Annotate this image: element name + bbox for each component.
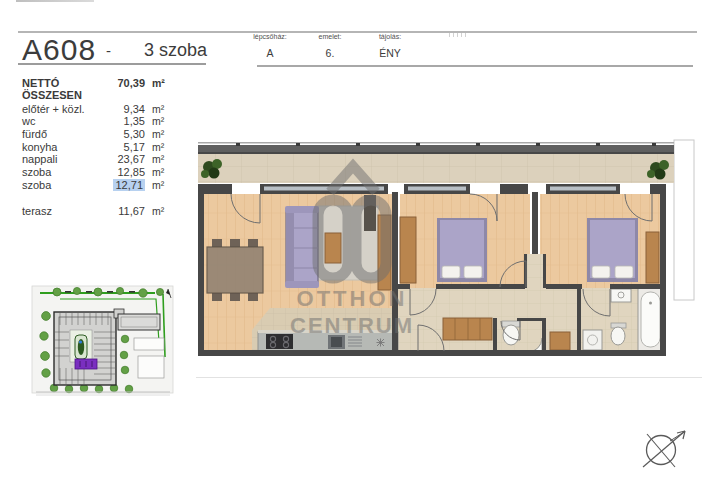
area-row: wc1,35m² xyxy=(22,115,174,128)
area-row: terasz11,67m² xyxy=(22,205,174,218)
room-area-value: 5,30 xyxy=(105,128,145,140)
selected-value-highlight[interactable]: 12,71 xyxy=(113,179,145,191)
floor-plan: OTTHON CENTRUM xyxy=(190,122,706,380)
bedroom1-wardrobe xyxy=(400,217,416,283)
faint-print-artifact xyxy=(449,33,467,37)
bathtub-icon xyxy=(638,288,663,351)
plan-border xyxy=(196,377,702,378)
unit-label: m² xyxy=(145,166,174,178)
unit-label: m² xyxy=(145,128,174,140)
site-highlighted-unit xyxy=(75,359,97,369)
unit-label: m² xyxy=(145,179,174,191)
header-underline-left xyxy=(18,63,206,65)
site-courtyard-pool xyxy=(75,335,87,359)
room-area-value: 23,67 xyxy=(105,153,145,165)
info-orientation: tájolás: ÉNY xyxy=(362,33,418,59)
site-plan xyxy=(30,282,176,398)
area-row: fürdő5,30m² xyxy=(22,128,174,141)
unit-label: m² xyxy=(145,205,174,217)
area-row: nappali23,67m² xyxy=(22,153,174,166)
room-area-value: 5,17 xyxy=(105,141,145,153)
hallway-cabinet xyxy=(550,332,570,350)
area-row: előtér + közl.9,34m² xyxy=(22,103,174,116)
watermark-line1: OTTHON xyxy=(297,286,408,311)
north-arrow-compass-icon xyxy=(634,422,698,474)
room-label: szoba xyxy=(22,166,105,178)
room-area-value: 9,34 xyxy=(105,103,145,115)
room-label: terasz xyxy=(22,205,105,217)
extractor-symbol-icon xyxy=(377,339,385,347)
header-underline-right xyxy=(257,65,693,67)
room-label: előtér + közl. xyxy=(22,103,105,115)
unit-info-table: lépcsőház: A emelet: 6. tájolás: ÉNY xyxy=(242,33,422,59)
unit-label: m² xyxy=(145,141,174,153)
room-area-value: 11,67 xyxy=(105,205,145,217)
site-building xyxy=(54,312,116,385)
area-table: NETTÓ ÖSSZESEN70,39m²előtér + közl.9,34m… xyxy=(22,77,174,217)
terrace-railing xyxy=(198,145,674,152)
area-row: szoba12,71m² xyxy=(22,179,174,192)
bath-sink-icon xyxy=(611,289,631,302)
watermark-line2: CENTRUM xyxy=(290,313,414,338)
terrace xyxy=(198,142,674,183)
room-label: szoba xyxy=(22,179,105,191)
neighbour-area xyxy=(674,140,694,300)
unit-label: m² xyxy=(145,153,174,165)
terrace-floor xyxy=(198,154,674,183)
print-artifact xyxy=(16,0,94,2)
room-label: konyha xyxy=(22,141,105,153)
bedroom1-bed xyxy=(437,218,487,282)
area-row: szoba12,85m² xyxy=(22,166,174,179)
info-floor: emelet: 6. xyxy=(302,33,358,59)
terrace-windows xyxy=(264,187,616,191)
room-area-value: 70,39 xyxy=(105,77,145,89)
dining-table xyxy=(207,239,263,301)
unit-label: m² xyxy=(145,103,174,115)
info-staircase: lépcsőház: A xyxy=(242,33,298,59)
room-label: fürdő xyxy=(22,128,105,140)
area-row: konyha5,17m² xyxy=(22,141,174,154)
room-label: wc xyxy=(22,115,105,127)
bedroom2-wardrobe xyxy=(646,232,659,283)
site-roads xyxy=(36,392,170,395)
unit-id: A608 xyxy=(22,33,96,67)
stove-icon xyxy=(266,334,293,349)
washing-machine-icon xyxy=(583,330,602,350)
area-total-row: NETTÓ ÖSSZESEN70,39m² xyxy=(22,77,174,90)
room-area-value: 12,71 xyxy=(105,179,145,191)
room-area-value: 12,85 xyxy=(105,166,145,178)
bath-toilet-icon xyxy=(611,323,626,345)
hall-niche-floor xyxy=(526,254,544,288)
header-separator: - xyxy=(106,42,111,59)
unit-label: m² xyxy=(145,115,174,127)
room-area-value: 1,35 xyxy=(105,115,145,127)
room-label: nappali xyxy=(22,153,105,165)
coffee-table xyxy=(325,233,341,263)
floor-plan-sheet: A608 - 3 szoba lépcsőház: A emelet: 6. t… xyxy=(0,0,706,500)
hallway-bench xyxy=(443,318,492,340)
unit-label: m² xyxy=(145,77,174,89)
room-count: 3 szoba xyxy=(144,40,207,61)
bedroom2-bed xyxy=(587,218,638,282)
room-label: NETTÓ ÖSSZESEN xyxy=(22,77,105,101)
